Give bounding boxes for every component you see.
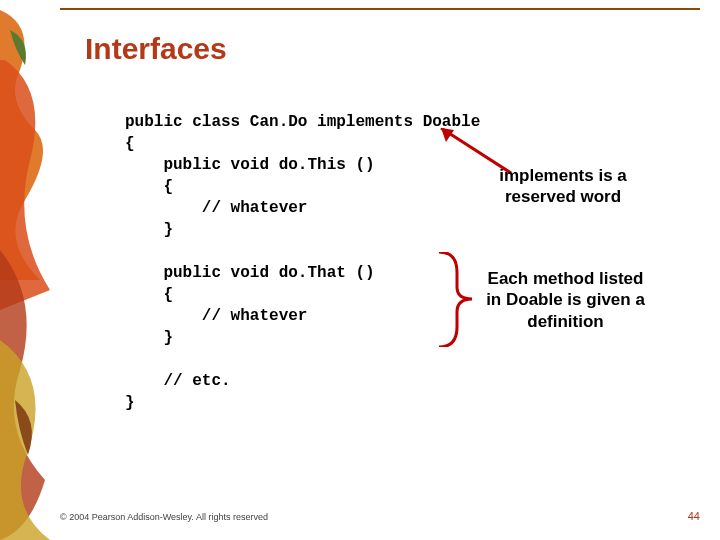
copyright-footer: © 2004 Pearson Addison-Wesley. All right… — [60, 512, 268, 522]
annotation-method-definition: Each method listed in Doable is given a … — [478, 268, 653, 332]
code-block: public class Can.Do implements Doable { … — [125, 112, 480, 414]
slide-title: Interfaces — [85, 32, 227, 66]
decorative-leaf-strip — [0, 0, 55, 540]
annotation-reserved-word: implements is a reserved word — [478, 165, 648, 208]
slide-number: 44 — [688, 510, 700, 522]
header-divider — [60, 8, 700, 10]
